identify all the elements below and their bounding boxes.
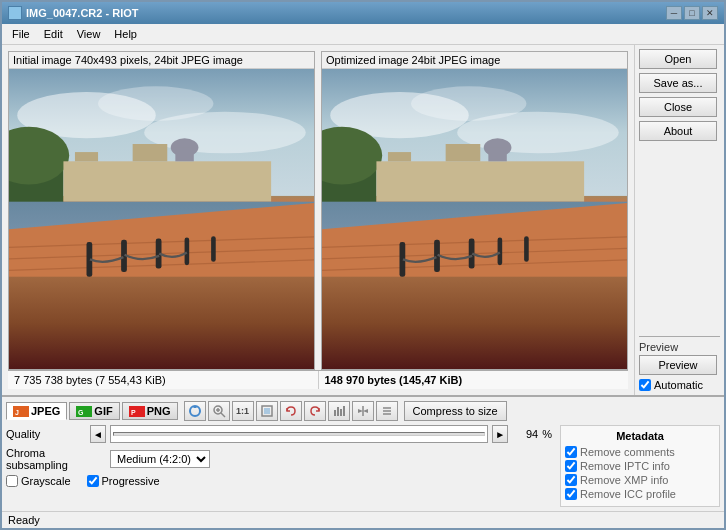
svg-rect-6 (63, 161, 271, 201)
progressive-label: Progressive (102, 475, 160, 487)
svg-rect-56 (264, 408, 270, 414)
tool-fit[interactable] (256, 401, 278, 421)
close-button[interactable]: ✕ (702, 6, 718, 20)
chroma-label: Chroma subsampling (6, 447, 106, 471)
png-icon: P (129, 406, 145, 417)
quality-row: Quality ◄ ► 94 % (6, 425, 552, 443)
remove-comments-label: Remove comments (580, 446, 675, 458)
remove-xmp-checkbox[interactable] (565, 474, 577, 486)
preview-section: Preview Preview Automatic (639, 336, 720, 391)
tool-redo[interactable] (304, 401, 326, 421)
menu-help[interactable]: Help (108, 26, 143, 42)
minimize-button[interactable]: ─ (666, 6, 682, 20)
quality-track (113, 432, 485, 436)
compress-to-size-button[interactable]: Compress to size (404, 401, 507, 421)
quality-decrease-button[interactable]: ◄ (90, 425, 106, 443)
svg-rect-59 (340, 409, 342, 416)
image-status-bar: 7 735 738 bytes (7 554,43 KiB) 148 970 b… (8, 370, 628, 389)
main-area: Initial image 740x493 pixels, 24bit JPEG… (2, 45, 724, 395)
quality-percent: % (542, 428, 552, 440)
toolbar-icons: 1:1 Compress to si (184, 401, 507, 421)
automatic-label: Automatic (654, 379, 703, 391)
initial-image-display (9, 69, 314, 369)
quality-label: Quality (6, 428, 86, 440)
tabs-row: J JPEG G GIF P PNG (6, 401, 720, 421)
grayscale-checkbox[interactable] (6, 475, 18, 487)
svg-text:P: P (131, 409, 136, 416)
svg-rect-13 (9, 277, 314, 369)
initial-image-panel: Initial image 740x493 pixels, 24bit JPEG… (8, 51, 315, 370)
remove-icc-checkbox[interactable] (565, 488, 577, 500)
preview-button[interactable]: Preview (639, 355, 717, 375)
check-row: Grayscale Progressive (6, 475, 552, 487)
remove-icc-label: Remove ICC profile (580, 488, 676, 500)
remove-xmp-label: Remove XMP info (580, 474, 668, 486)
svg-rect-10 (175, 147, 193, 161)
tab-png[interactable]: P PNG (122, 402, 178, 420)
tab-gif[interactable]: G GIF (69, 402, 119, 420)
menu-view[interactable]: View (71, 26, 107, 42)
progressive-checkbox[interactable] (87, 475, 99, 487)
main-window: IMG_0047.CR2 - RIOT ─ □ ✕ File Edit View… (0, 0, 726, 530)
close-button[interactable]: Close (639, 97, 717, 117)
chroma-row: Chroma subsampling High (4:4:4) Medium (… (6, 447, 552, 471)
remove-iptc-checkbox[interactable] (565, 460, 577, 472)
automatic-checkbox[interactable] (639, 379, 651, 391)
svg-rect-8 (133, 144, 168, 161)
tool-undo[interactable] (280, 401, 302, 421)
status-footer: Ready (2, 511, 724, 528)
menu-edit[interactable]: Edit (38, 26, 69, 42)
svg-text:J: J (15, 409, 19, 416)
optimized-image-label: Optimized image 24bit JPEG image (322, 52, 627, 69)
svg-rect-30 (446, 144, 481, 161)
svg-rect-58 (337, 407, 339, 416)
svg-rect-35 (322, 277, 627, 369)
tool-flip[interactable] (352, 401, 374, 421)
chroma-select[interactable]: High (4:4:4) Medium (4:2:0) Low (4:1:1) (110, 450, 210, 468)
tool-extra[interactable] (376, 401, 398, 421)
maximize-button[interactable]: □ (684, 6, 700, 20)
status-text: Ready (8, 514, 40, 526)
svg-rect-43 (524, 236, 529, 261)
automatic-checkbox-row: Automatic (639, 379, 720, 391)
optimized-image-display (322, 69, 627, 369)
quality-slider[interactable] (110, 425, 488, 443)
bottom-panel: J JPEG G GIF P PNG (2, 395, 724, 511)
about-button[interactable]: About (639, 121, 717, 141)
jpeg-icon: J (13, 406, 29, 417)
app-icon (8, 6, 22, 20)
optimized-image-panel: Optimized image 24bit JPEG image (321, 51, 628, 370)
svg-rect-57 (334, 410, 336, 416)
preview-label: Preview (639, 341, 720, 353)
tool-1to1[interactable]: 1:1 (232, 401, 254, 421)
svg-rect-60 (343, 406, 345, 416)
controls-left: Quality ◄ ► 94 % Chroma subsampling High… (6, 425, 552, 487)
image-panels: Initial image 740x493 pixels, 24bit JPEG… (2, 45, 634, 395)
svg-rect-42 (498, 237, 503, 265)
menu-file[interactable]: File (6, 26, 36, 42)
title-controls: ─ □ ✕ (666, 6, 718, 20)
menu-bar: File Edit View Help (2, 24, 724, 45)
sidebar: Open Save as... Close About Preview Prev… (634, 45, 724, 395)
tab-jpeg[interactable]: J JPEG (6, 402, 67, 420)
remove-comments-checkbox[interactable] (565, 446, 577, 458)
svg-rect-20 (185, 237, 190, 265)
metadata-panel: Metadata Remove comments Remove IPTC inf… (560, 425, 720, 507)
svg-rect-7 (75, 152, 98, 161)
quality-increase-button[interactable]: ► (492, 425, 508, 443)
tool-zoom-in[interactable] (208, 401, 230, 421)
tool-rotate-left[interactable] (184, 401, 206, 421)
metadata-item-0: Remove comments (565, 446, 715, 458)
progressive-item: Progressive (87, 475, 160, 487)
svg-line-52 (221, 413, 225, 417)
open-button[interactable]: Open (639, 49, 717, 69)
optimized-file-size: 148 970 bytes (145,47 KiB) (318, 371, 629, 389)
svg-text:G: G (78, 409, 84, 416)
svg-rect-28 (376, 161, 584, 201)
initial-file-size: 7 735 738 bytes (7 554,43 KiB) (8, 371, 318, 389)
initial-image-content (9, 69, 314, 369)
save-as-button[interactable]: Save as... (639, 73, 717, 93)
panels-row: Initial image 740x493 pixels, 24bit JPEG… (8, 51, 628, 370)
window-title: IMG_0047.CR2 - RIOT (26, 7, 138, 19)
tool-histogram[interactable] (328, 401, 350, 421)
